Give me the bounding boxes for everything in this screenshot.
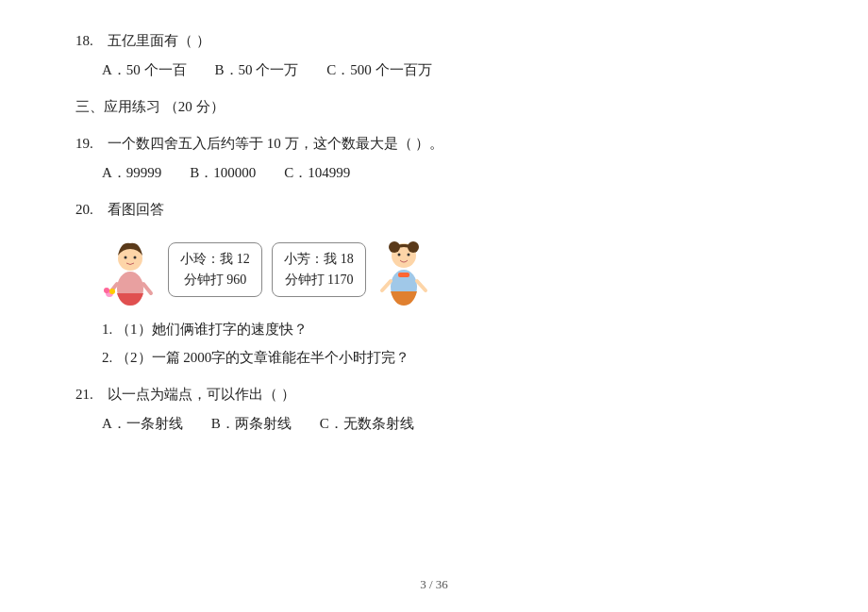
q20-text: 看图回答 [108,197,164,223]
q18-num: 18. [75,28,102,54]
svg-point-14 [408,254,410,256]
q18-option-c: C．500 个一百万 [326,58,431,83]
speech-bubble-left: 小玲：我 12 分钟打 960 [168,242,262,298]
q19-title: 19. 一个数四舍五入后约等于 10 万，这个数最大是（ ）。 [75,131,793,157]
illustration-area: 小玲：我 12 分钟打 960 小芳：我 18 分钟打 1170 [102,232,793,307]
svg-rect-17 [398,273,409,277]
bubble-right-line1: 小芳：我 18 [284,249,354,270]
svg-point-3 [134,256,137,259]
q18-options: A．50 个一百 B．50 个一万 C．500 个一百万 [102,58,793,83]
page-number: 3 / 36 [0,573,868,595]
q19-option-a: A．99999 [102,160,161,186]
svg-point-8 [109,289,115,294]
q19-text: 一个数四舍五入后约等于 10 万，这个数最大是（ ）。 [108,131,443,157]
q20-num: 20. [75,197,102,223]
q19-option-b: B．100000 [190,160,256,186]
svg-point-13 [398,254,401,256]
q21-option-a: A．一条射线 [102,411,183,437]
q21-option-c: C．无数条射线 [320,411,414,437]
q20-title: 20. 看图回答 [75,197,793,223]
q18-option-b: B．50 个一万 [215,58,299,83]
svg-line-5 [143,284,151,293]
section-3-label: 三、应用练习 [75,99,160,114]
character-left-svg [102,232,159,307]
section-3-title: 三、应用练习 （20 分） [75,94,793,120]
q21-text: 以一点为端点，可以作出（ ） [108,382,295,407]
bubble-right-line2: 分钟打 1170 [284,270,354,290]
q18-title: 18. 五亿里面有（ ） [75,28,793,54]
question-18: 18. 五亿里面有（ ） A．50 个一百 B．50 个一万 C．500 个一百… [75,28,793,83]
character-right-svg [376,232,432,307]
q20-sub2: 2. （2）一篇 2000字的文章谁能在半个小时打完？ [102,345,793,371]
question-20: 20. 看图回答 [75,197,793,371]
speech-bubble-right: 小芳：我 18 分钟打 1170 [272,242,366,298]
svg-point-7 [104,288,109,293]
page: 18. 五亿里面有（ ） A．50 个一百 B．50 个一万 C．500 个一百… [0,0,868,612]
q19-options: A．99999 B．100000 C．104999 [102,160,793,186]
q19-option-c: C．104999 [284,160,350,186]
svg-line-15 [382,281,391,290]
q20-sub-questions: 1. （1）她们俩谁打字的速度快？ 2. （2）一篇 2000字的文章谁能在半个… [102,317,793,371]
q21-option-b: B．两条射线 [211,411,292,437]
q21-title: 21. 以一点为端点，可以作出（ ） [75,382,793,407]
q18-text: 五亿里面有（ ） [108,28,210,54]
svg-point-2 [125,256,127,259]
q21-options: A．一条射线 B．两条射线 C．无数条射线 [102,411,793,437]
q20-sub1: 1. （1）她们俩谁打字的速度快？ [102,317,793,342]
q19-num: 19. [75,131,102,157]
question-19: 19. 一个数四舍五入后约等于 10 万，这个数最大是（ ）。 A．99999 … [75,131,793,186]
bubble-left-line1: 小玲：我 12 [180,249,250,270]
q18-option-a: A．50 个一百 [102,58,187,83]
bubble-left-line2: 分钟打 960 [180,270,250,290]
svg-line-16 [417,281,426,290]
q21-num: 21. [75,382,102,407]
section-3-score: （20 分） [164,99,225,114]
question-21: 21. 以一点为端点，可以作出（ ） A．一条射线 B．两条射线 C．无数条射线 [75,382,793,437]
